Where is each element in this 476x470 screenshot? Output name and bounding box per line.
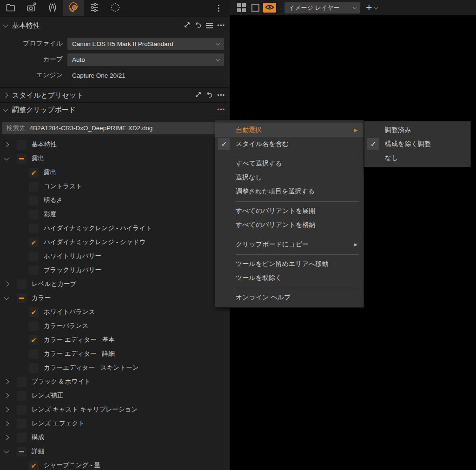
checkbox[interactable] xyxy=(29,349,39,359)
clipboard-tree-row[interactable]: カラー エディター - 詳細 xyxy=(0,347,230,361)
expand-chevron-icon[interactable] xyxy=(4,295,9,300)
clipboard-tree-row[interactable]: レンズ補正 xyxy=(0,389,230,403)
checkbox[interactable] xyxy=(29,224,39,233)
menu-item[interactable]: ✓ スタイル名を含む ▶ xyxy=(215,137,364,151)
clipboard-tree-row[interactable]: カラーエディター - スキントーン xyxy=(0,361,230,375)
checkbox[interactable] xyxy=(17,391,26,401)
curve-select[interactable]: Auto xyxy=(67,53,224,66)
toolbar-overflow-button[interactable] xyxy=(214,0,223,16)
copy-source-field[interactable]: 検索先 4B2A1284-CR3-DxO_DeepPRIME XD2.dng xyxy=(2,122,227,134)
clipboard-tree-row[interactable]: レベルとカーブ xyxy=(0,277,230,291)
checkbox[interactable] xyxy=(17,433,26,443)
checkmark-icon: ✓ xyxy=(367,138,379,150)
profile-select[interactable]: Canon EOS R5 Mark II ProStandard xyxy=(67,38,224,50)
checkbox[interactable] xyxy=(17,447,26,457)
clipboard-tree-row[interactable]: ✔ 露出 xyxy=(0,165,230,179)
checkbox[interactable] xyxy=(29,196,39,205)
add-layer-button[interactable]: + xyxy=(366,2,377,13)
single-view-button[interactable] xyxy=(248,4,262,12)
checkbox[interactable] xyxy=(29,182,39,192)
tab-color[interactable] xyxy=(63,0,84,16)
expand-chevron-icon[interactable] xyxy=(4,448,9,453)
checkbox[interactable] xyxy=(17,293,26,303)
checkbox[interactable] xyxy=(29,363,39,373)
layer-select[interactable]: イメージ レイヤー xyxy=(284,2,360,13)
checkbox[interactable] xyxy=(17,279,26,289)
clipboard-tree-row[interactable]: ハイダイナミックレンジ - ハイライト xyxy=(0,221,230,235)
expand-chevron-icon[interactable] xyxy=(4,407,9,412)
checkbox[interactable]: ✔ xyxy=(29,307,39,317)
checkbox[interactable] xyxy=(17,377,26,387)
tab-lens[interactable] xyxy=(42,0,63,16)
checkbox[interactable]: ✔ xyxy=(29,238,39,247)
tab-adjust[interactable] xyxy=(84,0,105,16)
clipboard-tree-row[interactable]: 詳細 xyxy=(0,444,230,458)
menu-item[interactable]: すべてのバリアントを展開 ▶ xyxy=(215,204,364,218)
tab-library[interactable] xyxy=(0,0,21,16)
expand-chevron-icon[interactable] xyxy=(4,435,9,440)
expand-chevron-icon[interactable] xyxy=(4,281,9,286)
tool-options-icon-active[interactable]: ••• xyxy=(217,107,225,112)
expand-tool-icon[interactable] xyxy=(195,91,202,100)
clipboard-tree-row[interactable]: ブラックリカバリー xyxy=(0,263,230,277)
expand-chevron-icon[interactable] xyxy=(4,421,9,426)
menu-item[interactable]: 自動選択 ▶ xyxy=(215,123,364,137)
expand-chevron-icon[interactable] xyxy=(4,142,9,147)
presets-menu-icon[interactable] xyxy=(206,23,213,28)
menu-item[interactable]: すべてのバリアントを格納 ▶ xyxy=(215,218,364,232)
clipboard-tree-row[interactable]: ホワイトリカバリー xyxy=(0,249,230,263)
menu-item[interactable]: なし ▶ xyxy=(364,151,470,165)
clipboard-tree-row[interactable]: レンズ キャスト キャリブレーション xyxy=(0,403,230,417)
menu-item[interactable]: 調整済み ▶ xyxy=(364,123,470,137)
clipboard-tree-row[interactable]: 彩度 xyxy=(0,207,230,221)
collapse-chevron-icon[interactable] xyxy=(3,106,8,112)
multi-view-button[interactable] xyxy=(234,3,248,12)
clipboard-tree-row[interactable]: カラー xyxy=(0,291,230,305)
clipboard-tree-row[interactable]: レンズ エフェクト xyxy=(0,417,230,430)
clipboard-tree-row[interactable]: ✔ ホワイトバランス xyxy=(0,305,230,319)
checkbox[interactable] xyxy=(17,140,26,150)
menu-item[interactable]: ✓ 構成を除く調整 ▶ xyxy=(364,137,470,151)
checkbox[interactable] xyxy=(29,265,39,275)
checkbox[interactable]: ✔ xyxy=(29,168,39,178)
clipboard-tree-row[interactable]: ブラック & ホワイト xyxy=(0,375,230,389)
expand-chevron-icon[interactable] xyxy=(4,379,9,384)
clipboard-tree-row[interactable]: 明るさ xyxy=(0,193,230,207)
expand-chevron-icon[interactable] xyxy=(4,155,9,160)
checkbox[interactable] xyxy=(29,321,39,331)
menu-item[interactable]: 調整された項目を選択する ▶ xyxy=(215,185,364,199)
clipboard-tree-row[interactable]: 構成 xyxy=(0,430,230,444)
checkbox[interactable] xyxy=(29,210,39,219)
menu-item[interactable]: ツールを取除く ▶ xyxy=(215,271,364,285)
reset-icon[interactable] xyxy=(195,21,202,30)
expand-chevron-icon[interactable] xyxy=(4,393,9,398)
clipboard-tree-row[interactable]: ✔ ハイダイナミックレンジ - シャドウ xyxy=(0,235,230,249)
checkbox[interactable]: ✔ xyxy=(29,335,39,345)
tool-options-icon[interactable]: ••• xyxy=(217,23,225,28)
reset-icon[interactable] xyxy=(206,91,213,100)
menu-item[interactable]: 選択なし ▶ xyxy=(215,171,364,185)
tree-item-label: カラー エディター - 詳細 xyxy=(44,350,115,358)
checkbox[interactable]: ✔ xyxy=(29,461,39,470)
menu-item[interactable]: オンライン ヘルプ ▶ xyxy=(215,291,364,305)
clipboard-tree-row[interactable]: カラーバランス xyxy=(0,319,230,333)
expand-tool-icon[interactable] xyxy=(184,21,191,30)
checkbox[interactable] xyxy=(29,252,39,261)
tab-details[interactable] xyxy=(105,0,126,16)
checkbox[interactable] xyxy=(17,419,26,429)
checkbox[interactable] xyxy=(17,405,26,415)
clipboard-tree-row[interactable]: ✔ カラー エディター - 基本 xyxy=(0,333,230,347)
clipboard-tree-row[interactable]: 露出 xyxy=(0,152,230,165)
menu-item[interactable]: すべて選択する ▶ xyxy=(215,157,364,171)
expand-chevron-icon[interactable] xyxy=(3,93,8,98)
clipboard-tree-row[interactable]: 基本特性 xyxy=(0,138,230,152)
menu-item[interactable]: クリップボードにコピー ▶ xyxy=(215,238,364,252)
tab-capture[interactable] xyxy=(21,0,42,16)
proof-view-button[interactable] xyxy=(263,3,276,13)
menu-item[interactable]: ツールをピン留めエリアへ移動 ▶ xyxy=(215,257,364,271)
clipboard-tree-row[interactable]: コントラスト xyxy=(0,179,230,193)
tool-options-icon[interactable]: ••• xyxy=(217,93,225,98)
checkbox[interactable] xyxy=(17,154,26,164)
collapse-chevron-icon[interactable] xyxy=(3,22,8,27)
clipboard-tree-row[interactable]: ✔ シャープニング - 量 xyxy=(0,458,230,470)
